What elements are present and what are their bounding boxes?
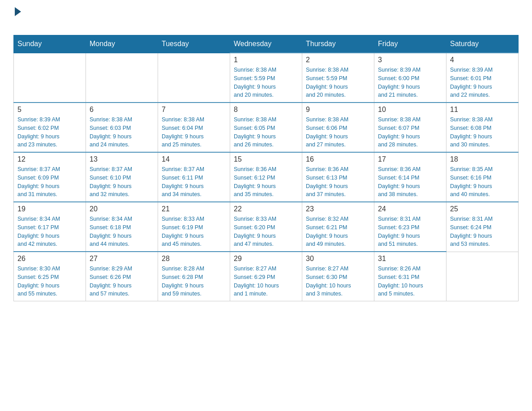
day-number: 23 (306, 205, 370, 213)
day-info: Sunrise: 8:33 AM Sunset: 6:20 PM Dayligh… (234, 215, 298, 248)
day-info: Sunrise: 8:37 AM Sunset: 6:10 PM Dayligh… (90, 165, 154, 199)
calendar-cell: 14Sunrise: 8:37 AM Sunset: 6:11 PM Dayli… (158, 152, 230, 202)
day-number: 31 (378, 255, 442, 263)
calendar-cell: 18Sunrise: 8:35 AM Sunset: 6:16 PM Dayli… (446, 152, 519, 202)
day-number: 28 (162, 255, 226, 263)
calendar-cell: 2Sunrise: 8:38 AM Sunset: 5:59 PM Daylig… (302, 53, 374, 103)
weekday-header-sunday: Sunday (14, 35, 86, 53)
week-row-1: 5Sunrise: 8:39 AM Sunset: 6:02 PM Daylig… (14, 103, 519, 152)
day-info: Sunrise: 8:30 AM Sunset: 6:25 PM Dayligh… (17, 265, 82, 298)
calendar-table: SundayMondayTuesdayWednesdayThursdayFrid… (13, 35, 519, 301)
day-number: 24 (378, 205, 442, 213)
calendar-cell: 7Sunrise: 8:38 AM Sunset: 6:04 PM Daylig… (158, 103, 230, 152)
calendar-cell: 11Sunrise: 8:38 AM Sunset: 6:08 PM Dayli… (446, 103, 519, 152)
day-number: 13 (90, 155, 154, 163)
calendar-cell: 28Sunrise: 8:28 AM Sunset: 6:28 PM Dayli… (158, 252, 230, 301)
day-number: 14 (162, 155, 226, 163)
day-number: 15 (234, 155, 298, 163)
calendar-cell: 25Sunrise: 8:31 AM Sunset: 6:24 PM Dayli… (446, 202, 519, 252)
day-info: Sunrise: 8:36 AM Sunset: 6:13 PM Dayligh… (306, 165, 370, 199)
calendar-cell: 12Sunrise: 8:37 AM Sunset: 6:09 PM Dayli… (14, 152, 86, 202)
day-info: Sunrise: 8:38 AM Sunset: 6:06 PM Dayligh… (306, 116, 370, 149)
calendar-cell: 24Sunrise: 8:31 AM Sunset: 6:23 PM Dayli… (374, 202, 446, 252)
day-info: Sunrise: 8:32 AM Sunset: 6:21 PM Dayligh… (306, 215, 370, 248)
calendar-cell: 27Sunrise: 8:29 AM Sunset: 6:26 PM Dayli… (86, 252, 158, 301)
calendar-cell (446, 252, 519, 301)
calendar-cell: 22Sunrise: 8:33 AM Sunset: 6:20 PM Dayli… (230, 202, 302, 252)
day-info: Sunrise: 8:38 AM Sunset: 6:05 PM Dayligh… (234, 116, 298, 149)
day-number: 26 (17, 255, 82, 263)
calendar-cell: 26Sunrise: 8:30 AM Sunset: 6:25 PM Dayli… (14, 252, 86, 301)
day-info: Sunrise: 8:33 AM Sunset: 6:19 PM Dayligh… (162, 215, 226, 248)
day-number: 4 (450, 56, 515, 64)
calendar-cell (158, 53, 230, 103)
day-number: 18 (450, 155, 515, 163)
calendar-cell: 21Sunrise: 8:33 AM Sunset: 6:19 PM Dayli… (158, 202, 230, 252)
day-info: Sunrise: 8:37 AM Sunset: 6:11 PM Dayligh… (162, 165, 226, 199)
calendar-cell (86, 53, 158, 103)
day-info: Sunrise: 8:39 AM Sunset: 6:00 PM Dayligh… (378, 66, 442, 99)
day-number: 22 (234, 205, 298, 213)
day-info: Sunrise: 8:31 AM Sunset: 6:23 PM Dayligh… (378, 215, 442, 248)
week-row-3: 19Sunrise: 8:34 AM Sunset: 6:17 PM Dayli… (14, 202, 519, 252)
week-row-4: 26Sunrise: 8:30 AM Sunset: 6:25 PM Dayli… (14, 252, 519, 301)
day-number: 16 (306, 155, 370, 163)
day-number: 19 (17, 205, 82, 213)
weekday-header-tuesday: Tuesday (158, 35, 230, 53)
calendar-cell: 19Sunrise: 8:34 AM Sunset: 6:17 PM Dayli… (14, 202, 86, 252)
weekday-header-friday: Friday (374, 35, 446, 53)
day-info: Sunrise: 8:38 AM Sunset: 5:59 PM Dayligh… (306, 66, 370, 99)
day-number: 27 (90, 255, 154, 263)
day-info: Sunrise: 8:34 AM Sunset: 6:18 PM Dayligh… (90, 215, 154, 248)
day-number: 5 (17, 106, 82, 114)
calendar-cell: 10Sunrise: 8:38 AM Sunset: 6:07 PM Dayli… (374, 103, 446, 152)
day-number: 3 (378, 56, 442, 64)
calendar-cell: 29Sunrise: 8:27 AM Sunset: 6:29 PM Dayli… (230, 252, 302, 301)
day-info: Sunrise: 8:28 AM Sunset: 6:28 PM Dayligh… (162, 265, 226, 298)
day-number: 11 (450, 106, 515, 114)
day-info: Sunrise: 8:36 AM Sunset: 6:12 PM Dayligh… (234, 165, 298, 199)
calendar-cell: 20Sunrise: 8:34 AM Sunset: 6:18 PM Dayli… (86, 202, 158, 252)
calendar-cell: 13Sunrise: 8:37 AM Sunset: 6:10 PM Dayli… (86, 152, 158, 202)
day-number: 8 (234, 106, 298, 114)
day-info: Sunrise: 8:37 AM Sunset: 6:09 PM Dayligh… (17, 165, 82, 199)
day-info: Sunrise: 8:38 AM Sunset: 5:59 PM Dayligh… (234, 66, 298, 99)
calendar-cell: 6Sunrise: 8:38 AM Sunset: 6:03 PM Daylig… (86, 103, 158, 152)
day-info: Sunrise: 8:36 AM Sunset: 6:14 PM Dayligh… (378, 165, 442, 199)
day-number: 12 (17, 155, 82, 163)
day-info: Sunrise: 8:38 AM Sunset: 6:04 PM Dayligh… (162, 116, 226, 149)
weekday-header-thursday: Thursday (302, 35, 374, 53)
weekday-header-row: SundayMondayTuesdayWednesdayThursdayFrid… (14, 35, 519, 53)
logo-arrow-icon (15, 7, 21, 16)
logo-line (13, 9, 21, 16)
week-row-2: 12Sunrise: 8:37 AM Sunset: 6:09 PM Dayli… (14, 152, 519, 202)
day-number: 21 (162, 205, 226, 213)
day-number: 6 (90, 106, 154, 114)
day-info: Sunrise: 8:38 AM Sunset: 6:03 PM Dayligh… (90, 116, 154, 149)
day-number: 25 (450, 205, 515, 213)
day-number: 10 (378, 106, 442, 114)
day-info: Sunrise: 8:27 AM Sunset: 6:29 PM Dayligh… (234, 265, 298, 298)
calendar-cell: 5Sunrise: 8:39 AM Sunset: 6:02 PM Daylig… (14, 103, 86, 152)
day-info: Sunrise: 8:38 AM Sunset: 6:07 PM Dayligh… (378, 116, 442, 149)
day-number: 29 (234, 255, 298, 263)
weekday-header-wednesday: Wednesday (230, 35, 302, 53)
calendar-cell: 4Sunrise: 8:39 AM Sunset: 6:01 PM Daylig… (446, 53, 519, 103)
calendar-cell (14, 53, 86, 103)
calendar-cell: 3Sunrise: 8:39 AM Sunset: 6:00 PM Daylig… (374, 53, 446, 103)
calendar-cell: 31Sunrise: 8:26 AM Sunset: 6:31 PM Dayli… (374, 252, 446, 301)
day-info: Sunrise: 8:31 AM Sunset: 6:24 PM Dayligh… (450, 215, 515, 248)
day-number: 2 (306, 56, 370, 64)
calendar-cell: 9Sunrise: 8:38 AM Sunset: 6:06 PM Daylig… (302, 103, 374, 152)
calendar-cell: 30Sunrise: 8:27 AM Sunset: 6:30 PM Dayli… (302, 252, 374, 301)
day-info: Sunrise: 8:35 AM Sunset: 6:16 PM Dayligh… (450, 165, 515, 199)
day-number: 20 (90, 205, 154, 213)
day-number: 7 (162, 106, 226, 114)
day-number: 17 (378, 155, 442, 163)
weekday-header-saturday: Saturday (446, 35, 519, 53)
logo (13, 9, 21, 30)
weekday-header-monday: Monday (86, 35, 158, 53)
day-number: 30 (306, 255, 370, 263)
day-info: Sunrise: 8:29 AM Sunset: 6:26 PM Dayligh… (90, 265, 154, 298)
day-number: 9 (306, 106, 370, 114)
